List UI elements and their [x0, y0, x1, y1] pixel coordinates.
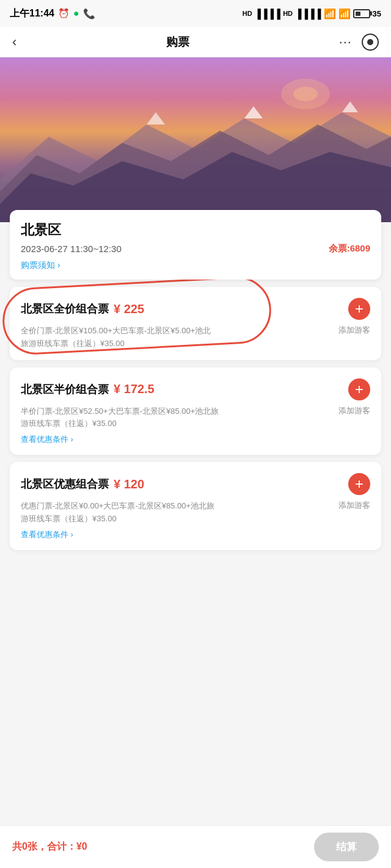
plus-icon-2: + [355, 382, 364, 397]
ticket-desc-row-3: 优惠门票-北景区¥0.00+大巴车票-北景区¥85.00+池北旅游班线车票（往返… [21, 500, 370, 526]
ticket-desc-row-1: 全价门票-北景区¥105.00+大巴车票-北景区¥5.00+池北旅游班线车票（往… [21, 325, 370, 350]
record-button[interactable] [362, 34, 379, 51]
battery-level [356, 12, 360, 16]
signal-bars-2: ▐▐▐▐ [295, 9, 321, 19]
page-title: 购票 [166, 34, 189, 50]
order-summary: 共0张，合计：¥0 [12, 841, 87, 853]
ticket-name-price-3: 北景区优惠组合票 ¥ 120 [21, 477, 348, 491]
hero-image [0, 57, 391, 222]
ticket-name-price-1: 北景区全价组合票 ¥ 225 [21, 302, 348, 316]
add-guest-3[interactable]: 添加游客 [338, 500, 370, 511]
wifi-icon-2: 📶 [338, 8, 351, 20]
info-row: 2023-06-27 11:30~12:30 余票:6809 [21, 243, 370, 255]
status-time: 上午11:44 [10, 7, 54, 20]
plus-icon-3: + [355, 477, 364, 491]
status-right: HD ▐▐▐▐ HD ▐▐▐▐ 📶 📶 35 [243, 8, 381, 20]
svg-point-8 [293, 87, 318, 101]
nav-actions: ··· [339, 34, 379, 51]
add-guest-2[interactable]: 添加游客 [338, 405, 370, 416]
info-card: 北景区 2023-06-27 11:30~12:30 余票:6809 购票须知 … [10, 210, 381, 280]
alarm-icon: ⏰ [58, 8, 70, 19]
hd-signal-1: HD [243, 10, 252, 17]
more-options-button[interactable]: ··· [339, 34, 352, 50]
back-button[interactable]: ‹ [12, 34, 16, 50]
ticket-card-full-price: 北景区全价组合票 ¥ 225 + 全价门票-北景区¥105.00+大巴车票-北景… [10, 287, 381, 360]
ticket-name-3: 北景区优惠组合票 [21, 477, 109, 491]
add-guest-1[interactable]: 添加游客 [338, 325, 370, 336]
ticket-header-1: 北景区全价组合票 ¥ 225 + [21, 298, 370, 320]
mountain-svg [0, 57, 391, 222]
ticket-price-1: ¥ 225 [114, 302, 144, 316]
ticket-price-3: ¥ 120 [114, 477, 144, 491]
signal-bars-1: ▐▐▐▐ [255, 9, 281, 19]
battery-icon [353, 9, 370, 18]
bottom-bar: 共0张，合计：¥0 结算 [0, 825, 391, 868]
summary-label: 共0张，合计： [12, 841, 76, 852]
ticket-header-3: 北景区优惠组合票 ¥ 120 + [21, 473, 370, 495]
ticket-desc-2: 半价门票-北景区¥52.50+大巴车票-北景区¥85.00+池北旅游班线车票（往… [21, 405, 336, 431]
record-icon [367, 39, 373, 45]
ticket-remaining: 余票:6809 [329, 243, 370, 255]
ticket-datetime: 2023-06-27 11:30~12:30 [21, 244, 122, 254]
hd-signal-2: HD [283, 10, 293, 17]
ticket-name-1: 北景区全价组合票 [21, 302, 109, 316]
ticket-header-2: 北景区半价组合票 ¥ 172.5 + [21, 378, 370, 400]
wechat-icon: ● [73, 8, 79, 19]
add-ticket-button-3[interactable]: + [348, 473, 370, 495]
ticket-price-2: ¥ 172.5 [114, 382, 155, 396]
condition-link-2[interactable]: 查看优惠条件 › [21, 434, 370, 445]
checkout-button[interactable]: 结算 [314, 833, 379, 861]
ticket-card-half-price: 北景区半价组合票 ¥ 172.5 + 半价门票-北景区¥52.50+大巴车票-北… [10, 367, 381, 455]
ticket-name-price-2: 北景区半价组合票 ¥ 172.5 [21, 382, 348, 397]
total-price: ¥0 [76, 841, 87, 852]
condition-link-3[interactable]: 查看优惠条件 › [21, 529, 370, 540]
ticket-desc-1: 全价门票-北景区¥105.00+大巴车票-北景区¥5.00+池北旅游班线车票（往… [21, 325, 336, 350]
ticket-desc-row-2: 半价门票-北景区¥52.50+大巴车票-北景区¥85.00+池北旅游班线车票（往… [21, 405, 370, 431]
remaining-count: 6809 [350, 243, 370, 253]
add-ticket-button-1[interactable]: + [348, 298, 370, 320]
battery-percent: 35 [373, 9, 381, 18]
remaining-label: 余票: [329, 243, 350, 253]
venue-title: 北景区 [21, 221, 370, 239]
wifi-icon: 📶 [324, 8, 336, 20]
status-left: 上午11:44 ⏰ ● 📞 [10, 7, 95, 20]
notice-link[interactable]: 购票须知 › [21, 260, 60, 270]
ticket-name-2: 北景区半价组合票 [21, 382, 109, 397]
phone-icon: 📞 [83, 8, 95, 20]
ticket-desc-3: 优惠门票-北景区¥0.00+大巴车票-北景区¥85.00+池北旅游班线车票（往返… [21, 500, 336, 526]
status-bar: 上午11:44 ⏰ ● 📞 HD ▐▐▐▐ HD ▐▐▐▐ 📶 📶 35 [0, 0, 391, 27]
ticket-card-discount: 北景区优惠组合票 ¥ 120 + 优惠门票-北景区¥0.00+大巴车票-北景区¥… [10, 462, 381, 550]
plus-icon-1: + [355, 302, 364, 316]
add-ticket-button-2[interactable]: + [348, 378, 370, 400]
nav-bar: ‹ 购票 ··· [0, 27, 391, 57]
